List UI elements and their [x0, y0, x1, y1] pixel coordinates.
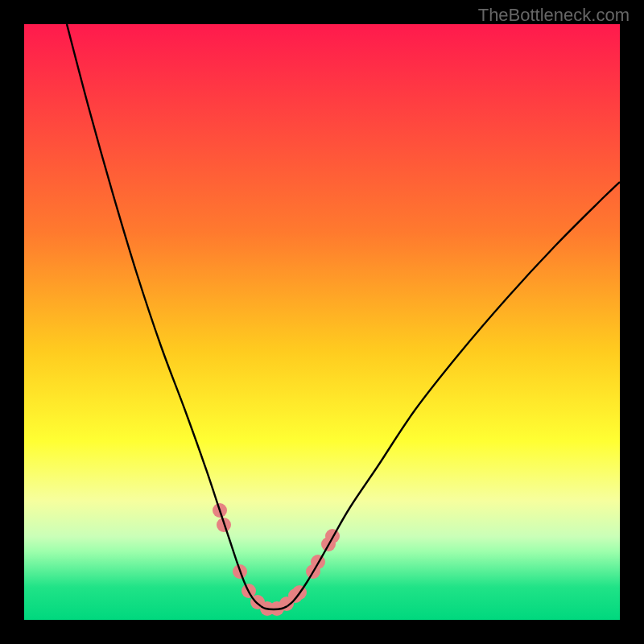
curve-left-arm [67, 24, 261, 606]
curve-svg [24, 24, 620, 620]
plot-area [24, 24, 620, 620]
chart-frame: TheBottleneck.com [0, 0, 644, 644]
watermark-text: TheBottleneck.com [478, 5, 630, 26]
curve-right-arm [287, 182, 620, 606]
